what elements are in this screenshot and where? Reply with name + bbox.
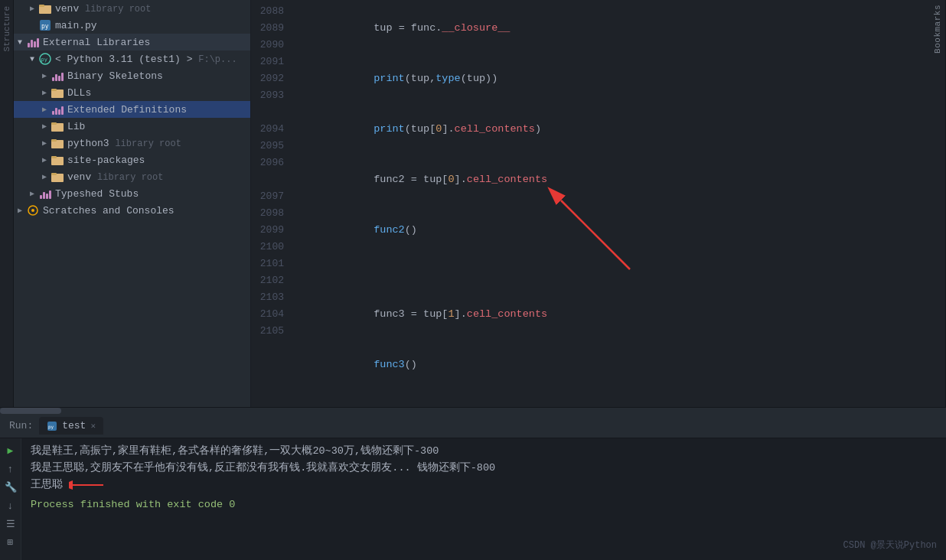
sidebar-item-external-libraries[interactable]: ▼ External Libraries <box>14 34 250 50</box>
watermark: CSDN @景天说Python <box>843 537 937 554</box>
svg-rect-9 <box>51 122 57 125</box>
scratches-label: Scratches and Consoles <box>43 205 175 217</box>
output-red-arrow <box>69 477 107 493</box>
grid-button[interactable]: ⊞ <box>3 535 18 550</box>
run-label: Run: <box>6 420 36 431</box>
folder-icon <box>38 2 52 15</box>
output-line-process: Process finished with exit code 0 <box>31 497 937 513</box>
arrow-icon: ▶ <box>38 122 51 131</box>
binary-skeletons-icon <box>51 69 64 83</box>
scroll-down-button[interactable]: ↓ <box>3 498 18 513</box>
arrow-icon: ▶ <box>38 172 51 181</box>
sidebar-item-typeshed[interactable]: ▶ Typeshed Stubs <box>14 185 250 202</box>
panel-side-actions: ▶ ↑ 🔧 ↓ ☰ ⊞ <box>0 438 21 560</box>
sidebar-item-extended-definitions[interactable]: ▶ Extended Definitions <box>14 101 250 118</box>
tab-close-button[interactable]: ✕ <box>90 421 96 431</box>
tab-name: test <box>62 420 86 431</box>
structure-panel-strip[interactable]: Structure <box>0 0 14 407</box>
scratch-icon <box>26 203 40 217</box>
list-button[interactable]: ☰ <box>3 516 18 532</box>
expanded-arrow-icon: ▼ <box>26 55 38 63</box>
panel-tab-bar: Run: py test ✕ <box>0 414 946 438</box>
sidebar-item-dlls[interactable]: ▶ DLLs <box>14 84 250 101</box>
sidebar-item-python3[interactable]: ▶ python3 library root <box>14 135 250 151</box>
svg-text:py: py <box>41 23 49 30</box>
process-finished-text: Process finished with exit code 0 <box>31 497 235 513</box>
code-line-2089: print(tup,type(tup)) <box>299 54 929 104</box>
dlls-label: DLLs <box>67 87 91 99</box>
arrow-icon: ▶ <box>14 206 26 215</box>
scrollbar-thumb[interactable] <box>0 408 61 414</box>
code-editor: 2088 2089 2090 2091 2092 2093 2094 2095 … <box>251 0 929 407</box>
code-line-2093 <box>299 256 929 272</box>
arrow-icon: ▶ <box>38 155 51 164</box>
external-lib-icon <box>26 35 40 49</box>
sidebar-item-venv2[interactable]: ▶ venv library root <box>14 168 250 185</box>
folder-icon <box>51 136 64 150</box>
python-tab-icon: py <box>47 421 57 431</box>
project-sidebar: ▶ venv library root py main.py ▼ <box>14 0 251 407</box>
svg-rect-15 <box>51 173 57 175</box>
site-packages-label: site-packages <box>67 155 145 166</box>
svg-rect-11 <box>51 139 57 142</box>
arrow-icon: ▶ <box>38 138 51 148</box>
output-line-1: 我是鞋王,高振宁,家里有鞋柜,各式各样的奢侈鞋,一双大概20~30万,钱物还剩下… <box>31 443 937 460</box>
output-text-1: 我是鞋王,高振宁,家里有鞋柜,各式各样的奢侈鞋,一双大概20~30万,钱物还剩下… <box>31 443 439 460</box>
svg-rect-1 <box>39 5 44 7</box>
run-tab[interactable]: py test ✕ <box>39 417 103 435</box>
arrow-icon: ▶ <box>26 189 38 198</box>
expanded-arrow-icon: ▼ <box>14 38 26 47</box>
structure-label[interactable]: Structure <box>1 0 13 57</box>
arrow-icon: ▶ <box>38 105 51 114</box>
sidebar-item-scratches[interactable]: ▶ Scratches and Consoles <box>14 202 250 219</box>
code-line-2088: tup = func.__closure__ <box>299 3 929 54</box>
folder-icon <box>51 170 64 184</box>
code-line-2090: print(tup[0].cell_contents) <box>299 104 929 155</box>
run-button[interactable]: ▶ <box>3 443 18 458</box>
main-py-label: main.py <box>55 20 97 31</box>
code-content[interactable]: tup = func.__closure__ print(tup,type(tu… <box>293 3 929 407</box>
sidebar-item-label: venv library root <box>55 3 151 15</box>
output-line-3: 王思聪 <box>31 477 937 493</box>
typeshed-icon <box>38 187 52 200</box>
svg-rect-13 <box>51 156 57 158</box>
sidebar-item-python311[interactable]: ▼ py < Python 3.11 (test1) > F:\p... <box>14 50 250 67</box>
sidebar-item-site-packages[interactable]: ▶ site-packages <box>14 151 250 168</box>
output-line-2: 我是王思聪,交朋友不在乎他有没有钱,反正都没有我有钱.我就喜欢交女朋友... 钱… <box>31 460 937 477</box>
run-panel: Run: py test ✕ ▶ ↑ 🔧 ↓ ☰ ⊞ 我是鞋王,高振宁,家 <box>0 407 946 560</box>
arrow-icon: ▶ <box>26 4 38 13</box>
arrow-icon: ▶ <box>38 88 51 97</box>
extended-definitions-label: Extended Definitions <box>67 104 187 116</box>
python311-label: < Python 3.11 (test1) > F:\p... <box>55 54 237 65</box>
sidebar-item-main-py[interactable]: py main.py <box>14 17 250 34</box>
folder-icon <box>51 153 64 167</box>
panel-content: ▶ ↑ 🔧 ↓ ☰ ⊞ 我是鞋王,高振宁,家里有鞋柜,各式各样的奢侈鞋,一双大概… <box>0 438 946 560</box>
svg-text:py: py <box>41 57 47 63</box>
code-line-2096 <box>299 390 929 407</box>
typeshed-label: Typeshed Stubs <box>55 188 139 200</box>
run-output: 我是鞋王,高振宁,家里有鞋柜,各式各样的奢侈鞋,一双大概20~30万,钱物还剩下… <box>21 438 946 560</box>
binary-skeletons-label: Binary Skeletons <box>67 70 163 82</box>
folder-icon <box>51 119 64 133</box>
code-area[interactable]: 2088 2089 2090 2091 2092 2093 2094 2095 … <box>251 0 929 407</box>
output-text-3: 王思聪 <box>31 477 63 493</box>
python-file-icon: py <box>38 18 52 32</box>
sidebar-item-binary-skeletons[interactable]: ▶ Binary Skeletons <box>14 67 250 84</box>
bookmarks-label[interactable]: Bookmarks <box>931 0 944 58</box>
output-text-2: 我是王思聪,交朋友不在乎他有没有钱,反正都没有我有钱.我就喜欢交女朋友... 钱… <box>31 460 495 477</box>
sidebar-item-lib[interactable]: ▶ Lib <box>14 118 250 135</box>
line-numbers: 2088 2089 2090 2091 2092 2093 2094 2095 … <box>251 3 293 407</box>
bookmarks-strip[interactable]: Bookmarks <box>929 0 946 407</box>
scroll-up-button[interactable]: ↑ <box>3 461 18 477</box>
python3-label: python3 library root <box>67 138 181 149</box>
code-line-2091: func2 = tup[0].cell_contents <box>299 155 929 205</box>
horizontal-scrollbar[interactable] <box>0 408 946 414</box>
folder-icon <box>51 86 64 99</box>
code-line-2094: func3 = tup[1].cell_contents <box>299 289 929 340</box>
svg-rect-7 <box>51 89 57 91</box>
svg-point-17 <box>31 209 34 212</box>
arrow-icon: ▶ <box>38 71 51 80</box>
lib-label: Lib <box>67 121 85 132</box>
wrench-button[interactable]: 🔧 <box>3 480 18 495</box>
sidebar-item-venv-root[interactable]: ▶ venv library root <box>14 0 250 17</box>
